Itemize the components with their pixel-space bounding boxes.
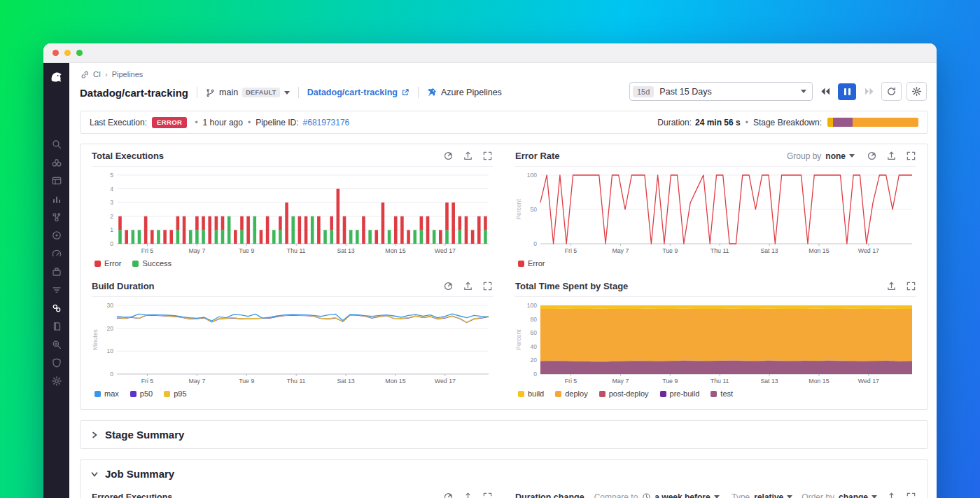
git-branch-icon <box>206 88 215 97</box>
dot-separator: • <box>746 118 748 127</box>
svg-text:Percent: Percent <box>515 199 522 220</box>
export-icon[interactable] <box>886 151 897 161</box>
export-icon[interactable] <box>886 281 897 291</box>
datadog-logo[interactable] <box>48 69 64 85</box>
sidebar-item-security[interactable] <box>51 357 62 368</box>
type-select[interactable]: relative <box>754 492 792 498</box>
sidebar-item-search[interactable] <box>51 139 62 150</box>
export-icon[interactable] <box>886 492 897 498</box>
sidebar-item-notebooks[interactable] <box>51 321 62 332</box>
legend-item-pre-build[interactable]: pre-build <box>660 389 700 398</box>
job-summary-toggle[interactable]: Job Summary <box>80 460 927 487</box>
sidebar-item-ci-visibility[interactable] <box>51 303 62 314</box>
fullscreen-icon[interactable] <box>482 492 493 498</box>
legend-item-p50[interactable]: p50 <box>130 389 153 398</box>
export-icon[interactable] <box>463 151 473 161</box>
sidebar-item-events[interactable] <box>51 175 62 186</box>
sidebar-item-monitors[interactable] <box>51 230 62 241</box>
svg-text:Wed 17: Wed 17 <box>435 247 456 254</box>
sidebar-item-watchdog[interactable] <box>51 157 62 168</box>
type-control: Type relative <box>732 492 792 498</box>
sidebar-item-metrics[interactable] <box>51 193 62 205</box>
legend-item-deploy[interactable]: deploy <box>555 389 587 398</box>
compare-to-control: Compare to a week before <box>594 492 720 498</box>
chevron-down-icon <box>801 90 806 93</box>
branch-name: main <box>219 88 238 97</box>
legend-item-build[interactable]: build <box>518 389 544 398</box>
legend-item-Error[interactable]: Error <box>518 259 545 268</box>
minimize-window-button[interactable] <box>64 50 71 56</box>
stage-breakdown-bar[interactable] <box>827 118 918 127</box>
dot-separator: • <box>195 118 197 127</box>
status-badge: ERROR <box>152 117 187 128</box>
svg-text:4: 4 <box>110 186 113 193</box>
refresh-button[interactable] <box>881 82 902 101</box>
time-forward-button[interactable] <box>861 84 876 99</box>
svg-text:Mon 15: Mon 15 <box>385 378 405 385</box>
svg-text:May 7: May 7 <box>188 247 205 254</box>
fullscreen-icon[interactable] <box>482 151 493 161</box>
sidebar-item-logs[interactable] <box>51 284 62 296</box>
breadcrumb-section[interactable]: CI <box>93 70 101 78</box>
stage-summary-toggle[interactable]: Stage Summary <box>80 421 927 448</box>
group-by-select[interactable]: none <box>825 151 855 161</box>
export-icon[interactable] <box>463 281 473 291</box>
svg-text:Tue 9: Tue 9 <box>239 247 254 254</box>
sidebar-item-integrations[interactable] <box>51 266 62 277</box>
export-icon[interactable] <box>463 492 473 498</box>
breadcrumb-page[interactable]: Pipelines <box>112 70 144 78</box>
legend-item-max[interactable]: max <box>94 389 119 398</box>
branch-selector[interactable]: main DEFAULT <box>206 88 290 97</box>
sidebar-item-settings[interactable] <box>51 375 62 387</box>
legend-item-post-deploy[interactable]: post-deploy <box>599 389 649 398</box>
last-execution-banner: Last Execution: ERROR • 1 hour ago • Pip… <box>80 111 928 134</box>
time-backward-button[interactable] <box>818 84 833 99</box>
time-range-picker[interactable]: 15d Past 15 Days <box>629 82 813 101</box>
sidebar-item-dashboards[interactable] <box>51 248 62 259</box>
fullscreen-icon[interactable] <box>906 492 916 498</box>
order-by-select[interactable]: change <box>839 492 877 498</box>
fullscreen-icon[interactable] <box>906 281 916 291</box>
job-summary-content: Errored Executions Duration change Compa… <box>80 487 927 498</box>
error-rate-chart[interactable]: 050100Fri 5May 7Tue 9Thu 11Sat 13Mon 15W… <box>515 171 916 256</box>
desktop-background: CI › Pipelines Datadog/cart-tracking mai… <box>0 0 980 498</box>
legend-item-p95[interactable]: p95 <box>164 389 186 398</box>
breakdown-segment-deploy <box>853 118 918 127</box>
sidebar-nav <box>51 139 62 387</box>
total-executions-chart[interactable]: 012345Fri 5May 7Tue 9Thu 11Sat 13Mon 15W… <box>92 171 493 256</box>
sidebar-item-service-map[interactable] <box>51 212 62 223</box>
svg-text:1: 1 <box>110 226 113 233</box>
repository-link[interactable]: Datadog/cart-tracking <box>307 88 410 97</box>
stage-time-chart[interactable]: 020406080100Fri 5May 7Tue 9Thu 11Sat 13M… <box>515 301 916 387</box>
zoom-window-button[interactable] <box>76 50 83 56</box>
breakdown-segment-build <box>827 118 833 127</box>
stage-summary-title: Stage Summary <box>105 429 184 441</box>
legend-item-test[interactable]: test <box>710 389 733 398</box>
fullscreen-icon[interactable] <box>906 151 916 161</box>
scope-icon[interactable] <box>443 492 454 498</box>
build-duration-panel: Build Duration 0102030Fri 5May 7Tue 9Thu… <box>80 275 504 405</box>
svg-text:0: 0 <box>110 240 113 247</box>
total-executions-panel: Total Executions 012345Fri 5May 7Tue 9Th… <box>80 144 504 275</box>
scope-icon[interactable] <box>443 281 454 291</box>
legend-item-Error[interactable]: Error <box>94 259 121 268</box>
fullscreen-icon[interactable] <box>482 281 493 291</box>
pause-live-button[interactable] <box>838 83 856 100</box>
pipeline-id-link[interactable]: #681973176 <box>303 118 350 127</box>
sidebar-item-rum[interactable] <box>51 339 62 350</box>
compare-to-select[interactable]: a week before <box>642 492 719 498</box>
chevron-right-icon <box>91 431 98 438</box>
azure-pipelines-icon <box>427 88 437 97</box>
settings-gear-button[interactable] <box>906 82 927 101</box>
close-window-button[interactable] <box>52 50 59 56</box>
divider <box>418 87 419 98</box>
svg-text:20: 20 <box>107 325 114 332</box>
scope-icon[interactable] <box>443 151 454 161</box>
build-duration-chart[interactable]: 0102030Fri 5May 7Tue 9Thu 11Sat 13Mon 15… <box>92 301 493 387</box>
svg-text:Thu 11: Thu 11 <box>287 378 306 385</box>
svg-text:Sat 13: Sat 13 <box>337 247 354 254</box>
banner-right: Duration: 24 min 56 s • Stage Breakdown: <box>657 118 918 127</box>
scope-icon[interactable] <box>867 151 877 161</box>
legend-item-Success[interactable]: Success <box>132 259 172 268</box>
svg-text:5: 5 <box>110 172 113 179</box>
